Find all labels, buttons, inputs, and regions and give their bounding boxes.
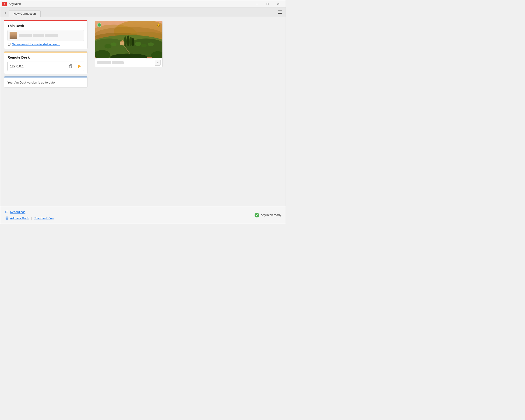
- this-desk-body: This Desk Set password for unatt: [4, 21, 87, 49]
- id-block-2: [33, 34, 44, 37]
- remote-address-input[interactable]: [8, 63, 66, 70]
- standard-view-link[interactable]: Standard View: [33, 216, 55, 221]
- svg-rect-27: [6, 211, 8, 213]
- tuscany-image: [95, 21, 162, 58]
- svg-point-13: [124, 37, 127, 47]
- svg-rect-17: [120, 42, 124, 45]
- anydesk-logo: A: [2, 2, 7, 6]
- play-icon: [78, 65, 81, 68]
- window-controls: − □ ✕: [252, 0, 284, 8]
- shield-icon: [8, 43, 11, 46]
- svg-point-30: [7, 217, 8, 218]
- maximize-button[interactable]: □: [262, 0, 273, 8]
- main-content: This Desk Set password for unatt: [0, 17, 286, 206]
- recordings-icon: [5, 210, 9, 214]
- left-panel: This Desk Set password for unatt: [0, 17, 91, 206]
- address-book-icon: [5, 216, 9, 220]
- bottom-bar: Recordings Address Book | Standard View …: [0, 206, 286, 224]
- remote-input-row: [8, 62, 84, 71]
- recordings-link[interactable]: Recordings: [4, 209, 56, 215]
- recent-thumbnail: ★: [95, 21, 162, 58]
- remote-desk-body: Remote Desk: [4, 53, 87, 74]
- svg-marker-28: [8, 211, 8, 212]
- set-password-text: Set password for unattended access...: [12, 43, 60, 46]
- ready-status-row: ✓ AnyDesk ready.: [254, 213, 282, 217]
- copy-icon: [69, 64, 73, 68]
- address-book-label: Address Book: [10, 216, 29, 220]
- svg-rect-3: [69, 65, 71, 68]
- tab-bar: + New Connection: [0, 8, 286, 17]
- svg-point-22: [141, 44, 147, 47]
- desk-id-blocks: [19, 34, 82, 37]
- app-title: AnyDesk: [9, 2, 252, 6]
- bottom-divider: |: [31, 216, 32, 220]
- svg-rect-2: [70, 65, 72, 67]
- status-body: Your AnyDesk version is up-to-date.: [4, 77, 87, 87]
- recordings-label: Recordings: [10, 210, 25, 214]
- remote-desk-card: Remote Desk: [4, 51, 87, 74]
- recent-connection-card[interactable]: ★ ▾: [95, 21, 163, 67]
- hamburger-icon: [278, 12, 282, 12]
- this-desk-card: This Desk Set password for unatt: [4, 20, 87, 49]
- close-button[interactable]: ✕: [273, 0, 284, 8]
- address-book-link[interactable]: Address Book: [4, 216, 30, 221]
- status-text: Your AnyDesk version is up-to-date.: [8, 81, 56, 84]
- id-block-1: [19, 34, 32, 37]
- right-panel: ★ ▾: [91, 17, 286, 206]
- set-password-link[interactable]: Set password for unattended access...: [8, 43, 84, 46]
- favorite-star-icon[interactable]: ★: [156, 22, 160, 28]
- this-desk-title: This Desk: [8, 24, 84, 28]
- recent-dropdown-button[interactable]: ▾: [155, 60, 160, 65]
- connect-button[interactable]: [75, 62, 84, 71]
- svg-point-23: [148, 42, 154, 46]
- svg-point-14: [127, 35, 129, 47]
- new-connection-tab[interactable]: New Connection: [9, 10, 41, 17]
- tab-label: New Connection: [14, 12, 36, 15]
- ready-check-icon: ✓: [254, 213, 259, 217]
- hamburger-icon: [278, 10, 282, 11]
- ready-text: AnyDesk ready.: [261, 213, 282, 217]
- svg-point-16: [132, 38, 134, 46]
- svg-point-21: [135, 42, 141, 46]
- minimize-button[interactable]: −: [252, 0, 262, 8]
- recent-footer: ▾: [95, 58, 162, 67]
- recent-id-block-1: [97, 61, 111, 64]
- add-tab-button[interactable]: +: [2, 10, 9, 16]
- recent-id-blocks: [97, 61, 154, 64]
- svg-point-15: [129, 37, 132, 46]
- desk-id-row: [8, 30, 84, 41]
- online-status-dot: [97, 23, 101, 27]
- remote-desk-title: Remote Desk: [8, 55, 84, 59]
- address-book-row: Address Book | Standard View: [4, 216, 56, 221]
- svg-point-20: [104, 44, 112, 48]
- id-block-3: [45, 34, 58, 37]
- menu-button[interactable]: [276, 8, 284, 16]
- user-avatar: [9, 32, 17, 39]
- hamburger-icon: [278, 13, 282, 14]
- avatar-face: [9, 32, 17, 39]
- svg-text:A: A: [3, 2, 6, 6]
- bottom-links: Recordings Address Book | Standard View: [4, 209, 56, 221]
- standard-view-label: Standard View: [34, 216, 54, 220]
- title-bar: A AnyDesk − □ ✕: [0, 0, 286, 8]
- svg-point-19: [111, 42, 117, 46]
- copy-address-button[interactable]: [66, 62, 75, 71]
- recent-id-block-2: [112, 61, 124, 64]
- status-card: Your AnyDesk version is up-to-date.: [4, 76, 87, 87]
